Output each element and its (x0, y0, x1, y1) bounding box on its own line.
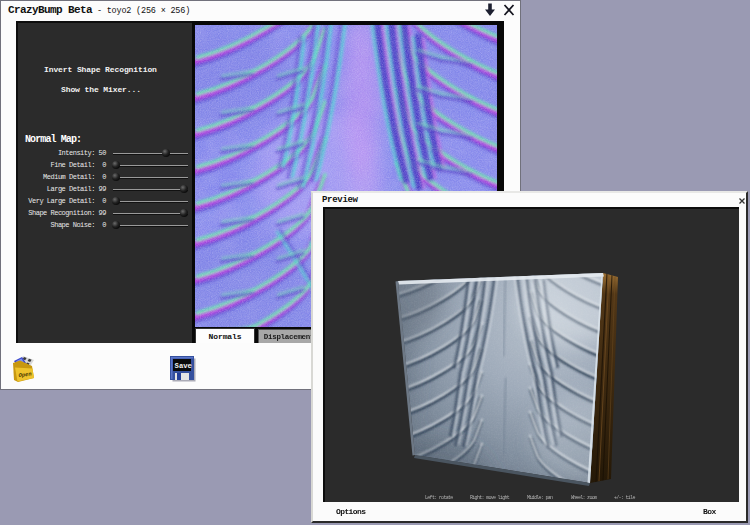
svg-text:Save: Save (175, 362, 192, 370)
